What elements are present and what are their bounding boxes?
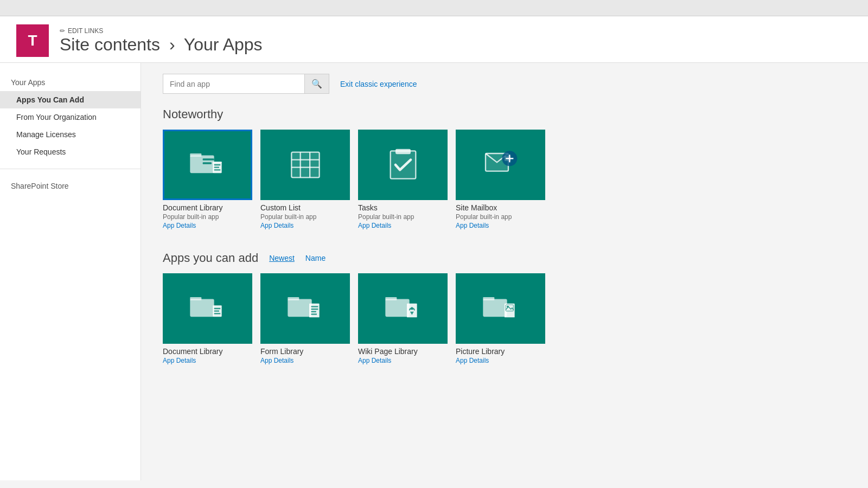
noteworthy-app-document-library[interactable]: Document Library Popular built-in app Ap… xyxy=(163,130,252,229)
svg-rect-27 xyxy=(288,299,311,317)
document-library-icon-noteworthy xyxy=(163,130,252,200)
svg-rect-25 xyxy=(214,311,219,312)
svg-rect-38 xyxy=(483,297,494,300)
noteworthy-custom-list-name: Custom List xyxy=(260,203,350,212)
svg-rect-2 xyxy=(202,158,214,160)
addable-wiki-lib-details[interactable]: App Details xyxy=(358,357,448,364)
svg-rect-6 xyxy=(214,164,220,165)
noteworthy-custom-list-details[interactable]: App Details xyxy=(260,222,350,229)
edit-links-label: EDIT LINKS xyxy=(68,27,103,35)
filter-newest[interactable]: Newest xyxy=(269,254,295,262)
addable-picture-lib-details[interactable]: App Details xyxy=(456,357,545,364)
svg-rect-26 xyxy=(214,313,220,314)
noteworthy-tasks-subtitle: Popular built-in app xyxy=(358,213,448,221)
sidebar-item-manage-licenses[interactable]: Manage Licenses xyxy=(0,126,141,143)
sidebar-item-from-your-org[interactable]: From Your Organization xyxy=(0,108,141,126)
page-title: Site contents › Your Apps xyxy=(60,35,263,55)
header-title-area: ✏ EDIT LINKS Site contents › Your Apps xyxy=(60,27,263,55)
svg-rect-37 xyxy=(483,299,507,317)
addable-form-lib-icon xyxy=(260,273,350,344)
addable-app-wiki-page-library[interactable]: Wiki Page Library App Details xyxy=(358,273,448,364)
svg-rect-9 xyxy=(291,152,319,178)
header: T ✏ EDIT LINKS Site contents › Your Apps xyxy=(0,16,868,63)
addable-wiki-lib-name: Wiki Page Library xyxy=(358,347,448,356)
filter-name[interactable]: Name xyxy=(305,254,326,262)
apps-you-can-add-header: Apps you can add Newest Name xyxy=(163,251,846,265)
noteworthy-mailbox-subtitle: Popular built-in app xyxy=(456,213,545,221)
svg-rect-21 xyxy=(190,299,214,317)
noteworthy-app-custom-list[interactable]: Custom List Popular built-in app App Det… xyxy=(260,130,350,229)
svg-rect-3 xyxy=(202,162,211,164)
sidebar-your-apps[interactable]: Your Apps xyxy=(0,74,141,91)
noteworthy-app-tasks[interactable]: Tasks Popular built-in app App Details xyxy=(358,130,448,229)
addable-picture-lib-icon xyxy=(456,273,545,344)
noteworthy-custom-list-subtitle: Popular built-in app xyxy=(260,213,350,221)
noteworthy-doc-lib-details[interactable]: App Details xyxy=(163,222,252,229)
noteworthy-title: Noteworthy xyxy=(163,107,846,121)
svg-rect-15 xyxy=(395,149,411,154)
site-mailbox-icon xyxy=(456,130,545,200)
svg-marker-5 xyxy=(213,162,221,163)
content-area: Your Apps Apps You Can Add From Your Org… xyxy=(0,63,868,480)
addable-doc-lib-details[interactable]: App Details xyxy=(163,357,252,364)
apps-you-can-add-grid: Document Library App Details Fo xyxy=(163,273,846,364)
pencil-icon: ✏ xyxy=(60,27,65,35)
search-bar-row: 🔍 Exit classic experience xyxy=(163,74,846,94)
svg-rect-20 xyxy=(505,156,511,161)
sidebar-sharepoint-store[interactable]: SharePoint Store xyxy=(0,177,141,195)
svg-rect-8 xyxy=(214,169,220,170)
sidebar-divider xyxy=(0,169,141,169)
exit-classic-link[interactable]: Exit classic experience xyxy=(340,80,417,88)
search-bar: 🔍 xyxy=(163,74,329,94)
breadcrumb-separator: › xyxy=(169,35,175,54)
svg-rect-36 xyxy=(407,304,417,318)
svg-rect-28 xyxy=(288,297,299,300)
svg-rect-24 xyxy=(214,308,220,309)
addable-doc-lib-icon xyxy=(163,273,252,344)
logo-letter: T xyxy=(28,32,37,49)
svg-rect-34 xyxy=(385,299,409,317)
noteworthy-tasks-name: Tasks xyxy=(358,203,448,212)
noteworthy-doc-lib-name: Document Library xyxy=(163,203,252,212)
noteworthy-apps-grid: Document Library Popular built-in app Ap… xyxy=(163,130,846,229)
addable-app-form-library[interactable]: Form Library App Details xyxy=(260,273,350,364)
svg-rect-1 xyxy=(190,153,201,157)
custom-list-icon xyxy=(260,130,350,200)
noteworthy-app-site-mailbox[interactable]: Site Mailbox Popular built-in app App De… xyxy=(456,130,545,229)
addable-app-document-library[interactable]: Document Library App Details xyxy=(163,273,252,364)
sidebar: Your Apps Apps You Can Add From Your Org… xyxy=(0,63,141,480)
top-bar xyxy=(0,0,868,16)
logo-square: T xyxy=(16,24,49,57)
addable-form-lib-details[interactable]: App Details xyxy=(260,357,350,364)
addable-form-lib-name: Form Library xyxy=(260,347,350,356)
breadcrumb-part2: Your Apps xyxy=(184,35,263,54)
search-button[interactable]: 🔍 xyxy=(304,74,329,93)
noteworthy-doc-lib-subtitle: Popular built-in app xyxy=(163,213,252,221)
addable-picture-lib-name: Picture Library xyxy=(456,347,545,356)
svg-rect-22 xyxy=(190,297,201,300)
svg-rect-35 xyxy=(385,297,397,300)
tasks-icon xyxy=(358,130,448,200)
noteworthy-mailbox-name: Site Mailbox xyxy=(456,203,545,212)
breadcrumb-part1: Site contents xyxy=(60,35,160,54)
noteworthy-mailbox-details[interactable]: App Details xyxy=(456,222,545,229)
addable-app-picture-library[interactable]: Picture Library App Details xyxy=(456,273,545,364)
sidebar-item-your-requests[interactable]: Your Requests xyxy=(0,143,141,160)
addable-wiki-lib-icon xyxy=(358,273,448,344)
noteworthy-tasks-details[interactable]: App Details xyxy=(358,222,448,229)
edit-links[interactable]: ✏ EDIT LINKS xyxy=(60,27,263,35)
sidebar-item-apps-you-can-add[interactable]: Apps You Can Add xyxy=(0,91,141,108)
apps-you-can-add-title: Apps you can add xyxy=(163,251,258,265)
search-input[interactable] xyxy=(163,74,304,93)
svg-rect-7 xyxy=(214,167,219,168)
main-content: 🔍 Exit classic experience Noteworthy xyxy=(141,63,868,480)
addable-doc-lib-name: Document Library xyxy=(163,347,252,356)
svg-rect-29 xyxy=(309,304,320,318)
